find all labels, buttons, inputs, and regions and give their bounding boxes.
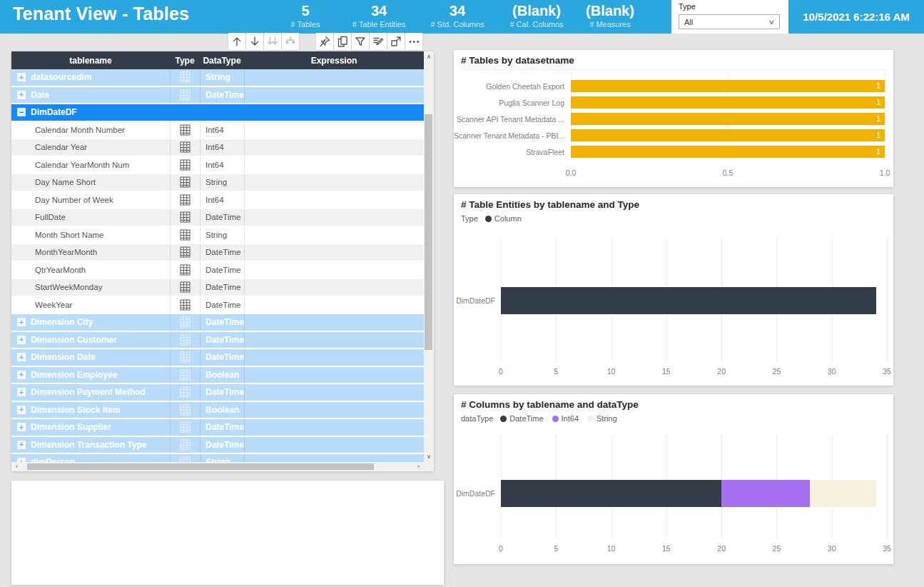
table-grid-icon: [180, 386, 191, 398]
table-row[interactable]: Calendar YearInt64: [11, 139, 424, 156]
chevron-down-icon: ∨: [768, 19, 775, 26]
chart-tables-by-datasetname: # Tables by datasetname 0.00.51.0Golden …: [454, 50, 893, 187]
table-row[interactable]: MonthYearMonthDateTime: [11, 244, 424, 261]
table-row[interactable]: +Dimension Transaction TypeDateTime: [11, 437, 424, 453]
more-options-button[interactable]: •••: [405, 33, 422, 50]
column-header-tablename[interactable]: tablename: [11, 56, 170, 66]
row-datatype: Int64: [205, 196, 224, 204]
table-row[interactable]: +Dimension Payment MethodDateTime: [11, 384, 424, 401]
expand-icon[interactable]: +: [17, 73, 26, 81]
table-row[interactable]: WeekYearDateTime: [11, 297, 424, 313]
expand-all-down-button[interactable]: [282, 33, 299, 50]
category-label: Scanner Tenant Metadata - PBI...: [454, 131, 564, 140]
row-datatype: String: [205, 231, 227, 239]
drill-up-button[interactable]: [228, 33, 245, 50]
table-row[interactable]: +Dimension SupplierDateTime: [11, 419, 424, 436]
table-row[interactable]: QtrYearMonthDateTime: [11, 262, 424, 279]
table-row[interactable]: Calendar Month NumberInt64: [11, 122, 424, 139]
scroll-left-icon[interactable]: ‹: [16, 462, 18, 471]
scroll-right-icon[interactable]: ›: [417, 462, 420, 471]
bar-segment-datetime[interactable]: [501, 480, 721, 507]
bar-3[interactable]: 1: [571, 113, 885, 125]
table-row[interactable]: +Dimension Stock ItemBoolean: [11, 402, 424, 418]
bar-segment-string[interactable]: [810, 480, 876, 507]
table-row[interactable]: +dimPersonString: [11, 454, 424, 462]
expand-icon[interactable]: +: [17, 423, 26, 431]
row-expression: [244, 209, 424, 226]
table-row[interactable]: +DateDateTime: [11, 87, 424, 104]
drill-down-button[interactable]: [246, 33, 263, 50]
row-tablename: Day Name Short: [35, 178, 96, 186]
table-row[interactable]: +Dimension DateDateTime: [11, 349, 424, 366]
row-expression: [244, 244, 424, 261]
expand-icon[interactable]: +: [17, 406, 26, 414]
expand-icon[interactable]: +: [17, 371, 26, 379]
table-row[interactable]: StartWeekMondayDateTime: [11, 279, 424, 296]
x-axis-tick: 5: [554, 544, 558, 553]
table-row[interactable]: Day Name ShortString: [11, 174, 424, 191]
bar-1[interactable]: 1: [571, 80, 885, 92]
ellipsis-icon: •••: [407, 37, 420, 46]
table-row[interactable]: Day Number of WeekInt64: [11, 192, 424, 209]
row-tablename: Dimension Customer: [31, 335, 117, 345]
scroll-down-icon[interactable]: ∨: [424, 453, 434, 460]
table-row[interactable]: −DimDateDF: [11, 104, 424, 121]
category-label: DimDateDF: [454, 489, 495, 498]
x-axis-tick: 1.0: [880, 169, 890, 177]
bar-4[interactable]: 1: [571, 129, 885, 141]
table-row[interactable]: +Dimension EmployeeBoolean: [11, 367, 424, 383]
table-row[interactable]: +Dimension CityDateTime: [11, 314, 424, 331]
column-header-datatype[interactable]: DataType: [200, 56, 244, 66]
row-datatype: DateTime: [205, 422, 244, 432]
expand-icon[interactable]: +: [17, 388, 26, 396]
row-tablename: Month Short Name: [35, 231, 104, 239]
table-row[interactable]: Month Short NameString: [11, 227, 424, 244]
go-to-next-level-button[interactable]: [264, 33, 281, 50]
table-row[interactable]: FullDateDateTime: [11, 209, 424, 226]
bar-2[interactable]: 1: [571, 96, 885, 109]
edit-button[interactable]: [370, 33, 387, 50]
pin-visual-button[interactable]: [316, 33, 333, 50]
horizontal-scroll-thumb[interactable]: [27, 463, 374, 470]
row-tablename: Dimension Stock Item: [31, 405, 120, 415]
table-grid-icon: [180, 176, 191, 188]
expand-icon[interactable]: +: [17, 441, 26, 449]
expand-icon[interactable]: +: [17, 336, 26, 344]
category-label: Golden Cheetah Export: [454, 82, 564, 91]
focus-mode-button[interactable]: [387, 33, 405, 50]
bar-segment-int64[interactable]: [721, 480, 810, 507]
bar-5[interactable]: 1: [571, 146, 885, 158]
filters-button[interactable]: [352, 33, 369, 50]
table-row[interactable]: Calendar YearMonth NumInt64: [11, 157, 424, 174]
table-row[interactable]: +Dimension CustomerDateTime: [11, 332, 424, 348]
row-expression: [244, 419, 424, 436]
expand-icon[interactable]: +: [17, 318, 26, 326]
expand-icon[interactable]: +: [17, 91, 26, 99]
column-header-type[interactable]: Type: [170, 56, 200, 66]
row-expression: [244, 262, 424, 279]
row-expression: [244, 384, 424, 401]
table-grid-icon: [180, 404, 191, 416]
bar-segment-column[interactable]: [501, 287, 876, 314]
collapse-icon[interactable]: −: [17, 108, 26, 116]
scroll-up-icon[interactable]: ∧: [424, 54, 434, 60]
vertical-scrollbar[interactable]: ∧ ∨: [424, 51, 434, 462]
table-grid-icon: [180, 194, 191, 206]
row-datatype: Boolean: [205, 370, 239, 380]
data-label: 1: [876, 148, 880, 156]
table-row[interactable]: +datasourcedimString: [11, 69, 424, 86]
column-header-expression[interactable]: Expression: [244, 56, 424, 66]
horizontal-scrollbar[interactable]: ‹ ›: [11, 462, 434, 471]
row-tablename: WeekYear: [35, 301, 72, 309]
type-dropdown[interactable]: All ∨: [679, 14, 780, 29]
kpi-cal-columns: (Blank)# Cal. Columns: [509, 2, 563, 29]
chart-plot-area: 05101520253035DimDateDF: [454, 394, 893, 564]
expand-icon[interactable]: +: [17, 353, 26, 361]
row-tablename: Dimension Supplier: [31, 422, 111, 432]
vertical-scroll-thumb[interactable]: [425, 114, 432, 350]
row-datatype: DateTime: [205, 352, 244, 362]
header-bar: Tenant View - Tables 5# Tables34# Table …: [0, 0, 924, 34]
copy-visual-button[interactable]: [334, 33, 351, 50]
category-label: StravaFleet: [454, 148, 564, 156]
table-grid-icon: [180, 89, 191, 101]
